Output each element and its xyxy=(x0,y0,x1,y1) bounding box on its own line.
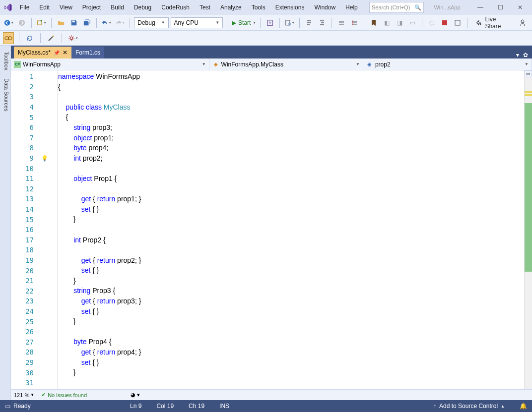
health-indicator-icon[interactable]: ◕ ▾ xyxy=(131,392,140,398)
menu-coderush[interactable]: CodeRush xyxy=(156,2,195,13)
maximize-button[interactable]: ☐ xyxy=(490,1,510,13)
coderush-link-icon[interactable] xyxy=(3,32,14,44)
menu-view[interactable]: View xyxy=(55,2,77,13)
next-bookmark-button[interactable]: ◨ xyxy=(394,17,405,29)
menu-edit[interactable]: Edit xyxy=(34,2,55,13)
new-project-button[interactable] xyxy=(36,17,47,29)
close-tab-icon[interactable]: ✕ xyxy=(63,49,67,56)
check-icon: ✔ xyxy=(41,392,46,398)
open-file-button[interactable] xyxy=(56,17,66,29)
solution-platform-combo[interactable]: Any CPU▼ xyxy=(171,17,223,28)
prev-bookmark-button[interactable]: ◧ xyxy=(381,17,392,29)
nav-back-button[interactable] xyxy=(3,17,14,29)
main-area: Toolbox Data Sources MyClass.cs* 📌 ✕ For… xyxy=(0,46,532,400)
doc-tab-myclass[interactable]: MyClass.cs* 📌 ✕ xyxy=(14,47,71,59)
tb-extra1-button[interactable]: ◌ xyxy=(426,17,437,29)
standard-toolbar: Debug▼ Any CPU▼ ▶Start ◧ ◨ ▭ ◌ Live Shar… xyxy=(0,15,532,31)
bookmark-button[interactable] xyxy=(368,17,379,29)
uncomment-button[interactable] xyxy=(349,17,360,29)
step-over-button[interactable] xyxy=(317,17,328,29)
status-ch[interactable]: Ch 19 xyxy=(189,403,204,410)
statusbar: ▭Ready Ln 9 Col 19 Ch 19 INS ↑Add to Sou… xyxy=(0,400,532,412)
svg-rect-8 xyxy=(455,20,460,25)
attach-button[interactable] xyxy=(265,17,275,29)
window-title: Win...sApp xyxy=(425,4,469,10)
publish-icon: ↑ xyxy=(433,403,436,410)
svg-point-0 xyxy=(4,20,10,25)
tb-extra3-button[interactable] xyxy=(452,17,463,29)
nav-type-combo[interactable]: ◆ WinFormsApp.MyClass▼ xyxy=(209,59,363,70)
status-line[interactable]: Ln 9 xyxy=(130,403,141,410)
start-debug-button[interactable]: ▶Start xyxy=(231,17,256,29)
field-icon: ◉ xyxy=(366,61,373,68)
save-all-button[interactable] xyxy=(81,17,92,29)
feedback-button[interactable] xyxy=(518,17,529,29)
code-editor[interactable]: 123456789💡101112131415161718192021222324… xyxy=(11,70,532,389)
pin-icon[interactable]: 📌 xyxy=(54,50,60,56)
nav-scope-combo[interactable]: C# WinFormsApp▼ xyxy=(11,59,209,70)
tab-options-icon[interactable]: ✿ xyxy=(523,52,528,59)
coderush-toolbar xyxy=(0,31,532,46)
find-in-files-button[interactable] xyxy=(284,17,295,29)
search-icon: 🔍 xyxy=(414,4,421,11)
svg-point-9 xyxy=(521,20,524,23)
zoom-combo[interactable]: 121 %▼ xyxy=(14,392,34,398)
menu-build[interactable]: Build xyxy=(106,2,129,13)
tool-wand-button[interactable] xyxy=(46,32,57,44)
error-list-summary[interactable]: ✔No issues found xyxy=(41,392,87,398)
source-control-button[interactable]: ↑Add to Source Control▲ xyxy=(433,403,505,410)
code-content[interactable]: namespace WinFormsApp{ public class MyCl… xyxy=(58,70,524,389)
live-share-button[interactable]: Live Share xyxy=(471,16,516,30)
csharp-project-icon: C# xyxy=(14,61,21,68)
close-button[interactable]: ✕ xyxy=(510,1,530,13)
nav-member-combo[interactable]: ◉ prop2▼ xyxy=(363,59,532,70)
tool-gear-button[interactable] xyxy=(67,32,79,44)
class-icon: ◆ xyxy=(212,61,219,68)
editor-area: MyClass.cs* 📌 ✕ Form1.cs ▾ ✿ C# WinForms… xyxy=(11,46,532,400)
svg-point-1 xyxy=(19,19,25,25)
refresh-button[interactable] xyxy=(24,32,35,44)
left-dock: Toolbox Data Sources xyxy=(0,46,11,400)
doc-tab-form1[interactable]: Form1.cs xyxy=(71,47,104,59)
step-into-button[interactable] xyxy=(304,17,315,29)
tab-overflow-icon[interactable]: ▾ xyxy=(516,52,519,59)
menu-help[interactable]: Help xyxy=(340,2,363,13)
navigation-bar: C# WinFormsApp▼ ◆ WinFormsApp.MyClass▼ ◉… xyxy=(11,59,532,70)
svg-point-13 xyxy=(70,37,72,39)
nav-forward-button[interactable] xyxy=(16,17,27,29)
solution-config-combo[interactable]: Debug▼ xyxy=(134,17,168,28)
search-placeholder: Search (Ctrl+Q) xyxy=(372,4,410,10)
svg-rect-3 xyxy=(72,20,75,22)
svg-point-12 xyxy=(53,35,54,37)
status-ins[interactable]: INS xyxy=(219,403,229,410)
toolbox-tab[interactable]: Toolbox xyxy=(0,48,10,74)
menu-file[interactable]: File xyxy=(15,2,34,13)
menu-test[interactable]: Test xyxy=(195,2,215,13)
editor-statusbar: 121 %▼ ✔No issues found ◕ ▾ xyxy=(11,389,532,400)
main-menu: FileEditViewProjectBuildDebugCodeRushTes… xyxy=(15,2,363,13)
output-icon: ▭ xyxy=(5,403,10,410)
svg-rect-7 xyxy=(442,20,447,25)
menu-analyze[interactable]: Analyze xyxy=(215,2,247,13)
menu-tools[interactable]: Tools xyxy=(247,2,270,13)
data-sources-tab[interactable]: Data Sources xyxy=(0,74,10,116)
menu-debug[interactable]: Debug xyxy=(129,2,156,13)
comment-button[interactable] xyxy=(336,17,347,29)
menu-project[interactable]: Project xyxy=(77,2,106,13)
split-handle-icon[interactable]: ▭ xyxy=(524,70,532,77)
menu-window[interactable]: Window xyxy=(309,2,340,13)
lightbulb-icon[interactable]: 💡 xyxy=(41,155,49,162)
overview-ruler[interactable]: ▭ xyxy=(524,70,532,389)
save-button[interactable] xyxy=(68,17,79,29)
tb-extra2-button[interactable] xyxy=(439,17,450,29)
doc-tab-label: MyClass.cs* xyxy=(18,49,51,56)
status-col[interactable]: Col 19 xyxy=(156,403,174,410)
search-input[interactable]: Search (Ctrl+Q) 🔍 xyxy=(369,2,424,13)
editor-gutter: 123456789💡101112131415161718192021222324… xyxy=(11,70,58,389)
menu-extensions[interactable]: Extensions xyxy=(270,2,310,13)
redo-button[interactable] xyxy=(114,17,126,29)
clear-bookmarks-button[interactable]: ▭ xyxy=(407,17,418,29)
minimize-button[interactable]: — xyxy=(470,1,490,13)
undo-button[interactable] xyxy=(101,17,112,29)
notifications-icon[interactable]: 🔔 xyxy=(520,403,527,410)
